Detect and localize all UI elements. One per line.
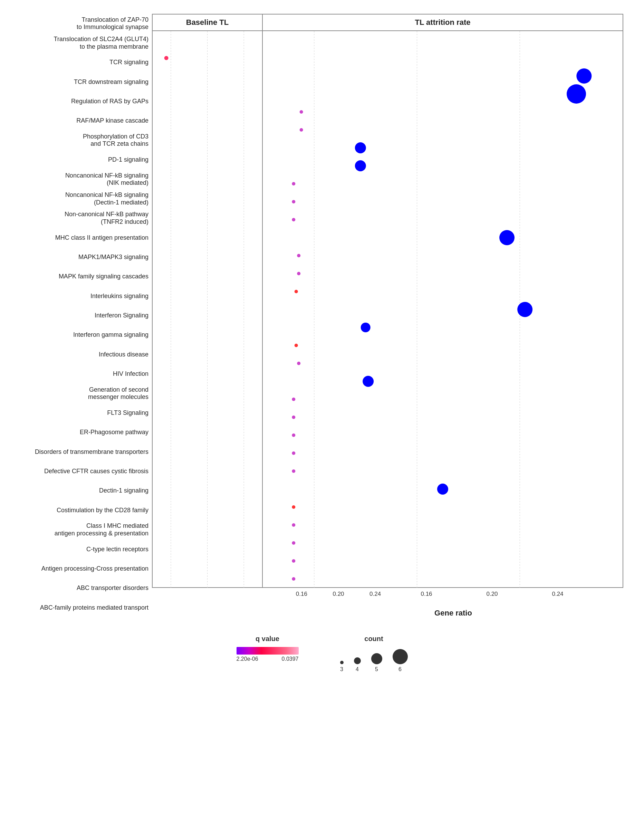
x-axis-spacer xyxy=(152,591,283,608)
y-label-1: Translocation of SLC2A4 (GLUT4)to the pl… xyxy=(21,34,148,52)
svg-point-3 xyxy=(164,56,169,60)
dot-attrition-12 xyxy=(297,254,301,257)
size-dot-circle-4 xyxy=(354,657,361,664)
legend-qvalue: q value 2.20e-06 0.0397 xyxy=(237,635,299,673)
dot-attrition-28 xyxy=(292,541,295,545)
dot-attrition-5 xyxy=(300,128,303,132)
dot-attrition-3 xyxy=(567,84,586,104)
y-label-26: Class I MHC mediatedantigen processing &… xyxy=(21,521,148,539)
attrition-tick-0.16: 0.16 xyxy=(421,591,432,597)
y-label-12: MAPK1/MAPK3 signaling xyxy=(21,248,148,267)
panels-header: Baseline TL TL attrition rate xyxy=(152,14,623,31)
baseline-panel-inner xyxy=(153,31,262,587)
dot-attrition-14 xyxy=(294,290,298,293)
count-dot-5: 5 xyxy=(371,649,382,673)
dot-attrition-7 xyxy=(355,160,366,171)
chart-container: Translocation of ZAP-70to Immunological … xyxy=(0,0,644,693)
baseline-title: Baseline TL xyxy=(186,18,228,27)
x-axis-title-area: Gene ratio xyxy=(152,608,623,618)
size-dot-label-6: 6 xyxy=(399,666,402,673)
baseline-panel xyxy=(152,31,263,588)
attrition-panel-inner xyxy=(263,31,623,587)
dot-attrition-11 xyxy=(499,230,514,245)
y-label-6: Phosphorylation of CD3and TCR zeta chain… xyxy=(21,131,148,149)
y-label-7: PD-1 signaling xyxy=(21,151,148,169)
y-label-4: Regulation of RAS by GAPs xyxy=(21,92,148,110)
x-axis-title: Gene ratio xyxy=(283,609,623,618)
count-legend-title: count xyxy=(364,635,383,643)
panels-area: Baseline TL TL attrition rate xyxy=(152,14,623,618)
x-axis-baseline: 0.160.200.24 xyxy=(283,591,394,608)
attrition-tick-0.2: 0.20 xyxy=(486,591,498,597)
dot-attrition-15 xyxy=(517,302,532,317)
legend-size-dots: 3456 xyxy=(340,647,408,673)
y-label-22: Disorders of transmembrane transporters xyxy=(21,443,148,461)
dot-attrition-19 xyxy=(363,376,374,387)
dot-attrition-2 xyxy=(576,68,591,84)
y-label-25: Costimulation by the CD28 family xyxy=(21,502,148,520)
qvalue-color-labels: 2.20e-06 0.0397 xyxy=(237,656,299,662)
y-label-30: ABC-family proteins mediated transport xyxy=(21,599,148,617)
panels-body xyxy=(152,31,623,588)
dot-attrition-17 xyxy=(294,344,298,347)
chart-area: Translocation of ZAP-70to Immunological … xyxy=(21,14,623,618)
y-label-28: Antigen processing-Cross presentation xyxy=(21,560,148,578)
dot-attrition-26 xyxy=(292,505,295,509)
dot-attrition-21 xyxy=(292,416,295,419)
count-dot-4: 4 xyxy=(354,651,361,673)
dot-attrition-9 xyxy=(292,200,295,204)
size-dot-circle-3 xyxy=(340,661,343,664)
size-dot-circle-6 xyxy=(393,649,408,664)
y-label-11: MHC class II antigen presentation xyxy=(21,229,148,247)
y-label-8: Noncanonical NF-kB signaling(NIK mediate… xyxy=(21,170,148,188)
qvalue-color-gradient xyxy=(237,647,299,655)
y-label-19: Generation of secondmessenger molecules xyxy=(21,385,148,402)
count-dot-3: 3 xyxy=(340,653,343,673)
dot-attrition-25 xyxy=(437,484,448,495)
attrition-title: TL attrition rate xyxy=(415,18,471,27)
y-label-14: Interleukins signaling xyxy=(21,287,148,305)
y-label-5: RAF/MAP kinase cascade xyxy=(21,112,148,130)
y-label-24: Dectin-1 signaling xyxy=(21,482,148,500)
dot-attrition-6 xyxy=(355,142,366,153)
size-dot-label-4: 4 xyxy=(356,666,359,673)
size-dot-label-5: 5 xyxy=(375,666,378,673)
attrition-panel xyxy=(263,31,623,588)
dot-attrition-23 xyxy=(292,451,295,455)
dot-attrition-24 xyxy=(292,469,295,473)
dot-attrition-30 xyxy=(292,577,295,581)
x-axis-attrition: 0.160.200.24 xyxy=(394,591,623,608)
legend-count: count 3456 xyxy=(340,635,408,673)
y-label-17: Infectious disease xyxy=(21,346,148,364)
y-label-29: ABC transporter disorders xyxy=(21,579,148,597)
baseline-tick-0.24: 0.24 xyxy=(370,591,381,597)
qvalue-legend-title: q value xyxy=(256,635,279,643)
y-label-15: Interferon Signaling xyxy=(21,307,148,325)
y-label-16: Interferon gamma signaling xyxy=(21,326,148,344)
y-axis-labels: Translocation of ZAP-70to Immunological … xyxy=(21,14,152,618)
dot-attrition-10 xyxy=(292,218,295,221)
attrition-panel-header: TL attrition rate xyxy=(263,14,623,31)
y-label-21: ER-Phagosome pathway xyxy=(21,423,148,441)
qvalue-min-label: 2.20e-06 xyxy=(237,656,258,662)
baseline-panel-header: Baseline TL xyxy=(152,14,263,31)
baseline-tick-0.16: 0.16 xyxy=(296,591,307,597)
y-label-2: TCR signaling xyxy=(21,54,148,71)
y-label-18: HIV Infection xyxy=(21,365,148,383)
qvalue-max-label: 0.0397 xyxy=(282,656,299,662)
y-label-0: Translocation of ZAP-70to Immunological … xyxy=(21,15,148,33)
dot-attrition-22 xyxy=(292,433,295,437)
dot-attrition-20 xyxy=(292,398,295,401)
y-label-13: MAPK family signaling cascades xyxy=(21,268,148,286)
x-axis-title-spacer xyxy=(152,608,283,618)
dot-attrition-27 xyxy=(292,523,295,527)
y-label-23: Defective CFTR causes cystic fibrosis xyxy=(21,462,148,480)
dot-attrition-16 xyxy=(361,322,371,332)
y-label-20: FLT3 Signaling xyxy=(21,404,148,422)
baseline-tick-0.2: 0.20 xyxy=(332,591,344,597)
dot-attrition-13 xyxy=(297,272,301,275)
attrition-tick-0.24: 0.24 xyxy=(552,591,563,597)
dot-attrition-4 xyxy=(300,110,303,114)
y-label-27: C-type lectin receptors xyxy=(21,540,148,558)
x-axis-area: 0.160.200.24 0.160.200.24 xyxy=(152,591,623,608)
